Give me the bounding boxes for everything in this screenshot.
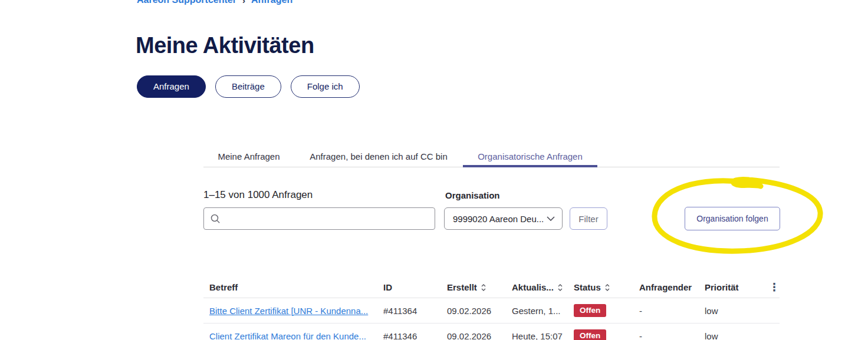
cell-anfragender: - <box>639 306 705 316</box>
cell-prioritaet: low <box>705 331 761 340</box>
pill-folge-ich[interactable]: Folge ich <box>291 75 360 98</box>
header-prioritaet-label: Priorität <box>705 282 739 292</box>
header-erstellt[interactable]: Erstellt <box>447 282 512 292</box>
page: Aareon Supportcenter › Anfragen Meine Ak… <box>0 0 868 340</box>
status-badge: Offen <box>574 304 606 317</box>
organisation-label: Organisation <box>445 190 500 200</box>
pill-beitraege[interactable]: Beiträge <box>215 75 281 98</box>
page-title: Meine Aktivitäten <box>136 33 314 58</box>
cell-erstellt: 09.02.2026 <box>447 306 512 316</box>
tab-organisatorische-anfragen[interactable]: Organisatorische Anfragen <box>463 147 597 167</box>
cell-id: #411364 <box>383 306 447 316</box>
cell-prioritaet: low <box>705 306 761 316</box>
cell-aktualisiert: Gestern, 1... <box>512 306 574 316</box>
cell-status: Offen <box>574 329 639 340</box>
header-aktualisiert[interactable]: Aktualis... <box>512 282 574 292</box>
header-id-label: ID <box>383 282 392 292</box>
sort-icon[interactable] <box>481 283 486 292</box>
header-status[interactable]: Status <box>574 282 639 292</box>
organisation-folgen-button[interactable]: Organisation folgen <box>685 207 780 230</box>
table-row[interactable]: Bitte Client Zertifikat [UNR - Kundenna.… <box>203 298 780 324</box>
requests-table: Betreff ID Erstellt Aktualis... <box>203 277 780 340</box>
table-row[interactable]: Client Zertifikat Mareon für den Kunde..… <box>203 324 780 340</box>
header-anfragender: Anfragender <box>639 282 705 292</box>
search-input[interactable] <box>225 214 429 224</box>
pill-anfragen[interactable]: Anfragen <box>137 75 206 98</box>
request-link[interactable]: Bitte Client Zertifikat [UNR - Kundenna.… <box>209 306 368 316</box>
header-anfragender-label: Anfragender <box>639 282 692 292</box>
organisation-dropdown-value: 9999020 Aareon Deu... <box>453 214 547 224</box>
organisation-dropdown[interactable]: 9999020 Aareon Deu... <box>444 207 563 230</box>
breadcrumb-link-supportcenter[interactable]: Aareon Supportcenter <box>137 0 236 5</box>
search-icon <box>210 213 221 224</box>
table-header-row: Betreff ID Erstellt Aktualis... <box>203 277 780 298</box>
cell-aktualisiert: Heute, 15:07 <box>512 331 574 340</box>
header-prioritaet: Priorität <box>705 282 761 292</box>
activity-type-pills: Anfragen Beiträge Folge ich <box>137 75 360 98</box>
results-count: 1–15 von 1000 Anfragen <box>203 189 313 201</box>
header-betreff: Betreff <box>203 282 383 292</box>
sort-icon[interactable] <box>604 283 610 292</box>
header-aktualisiert-label: Aktualis... <box>512 282 554 292</box>
search-box[interactable] <box>203 207 435 230</box>
request-tabs: Meine Anfragen Anfragen, bei denen ich a… <box>203 147 780 167</box>
kebab-menu-icon[interactable]: ⋮ <box>769 282 780 293</box>
header-erstellt-label: Erstellt <box>447 282 477 292</box>
sort-icon[interactable] <box>557 283 563 292</box>
request-link[interactable]: Client Zertifikat Mareon für den Kunde..… <box>209 331 366 340</box>
tab-meine-anfragen[interactable]: Meine Anfragen <box>203 147 294 167</box>
cell-status: Offen <box>574 304 639 317</box>
header-status-label: Status <box>574 282 601 292</box>
cell-betreff: Bitte Client Zertifikat [UNR - Kundenna.… <box>203 306 383 316</box>
header-betreff-label: Betreff <box>209 282 238 292</box>
breadcrumb-chevron-icon: › <box>242 0 245 5</box>
cell-anfragender: - <box>639 331 705 340</box>
status-badge: Offen <box>574 329 606 340</box>
cell-id: #411346 <box>383 331 447 340</box>
cell-betreff: Client Zertifikat Mareon für den Kunde..… <box>203 331 383 340</box>
header-id: ID <box>383 282 447 292</box>
breadcrumb-link-anfragen[interactable]: Anfragen <box>251 0 292 5</box>
filter-button[interactable]: Filter <box>570 207 607 230</box>
cell-erstellt: 09.02.2026 <box>447 331 512 340</box>
header-menu: ⋮ <box>761 282 780 293</box>
breadcrumb: Aareon Supportcenter › Anfragen <box>137 0 292 5</box>
chevron-down-icon <box>547 216 555 221</box>
tab-cc-anfragen[interactable]: Anfragen, bei denen ich auf CC bin <box>294 147 463 167</box>
